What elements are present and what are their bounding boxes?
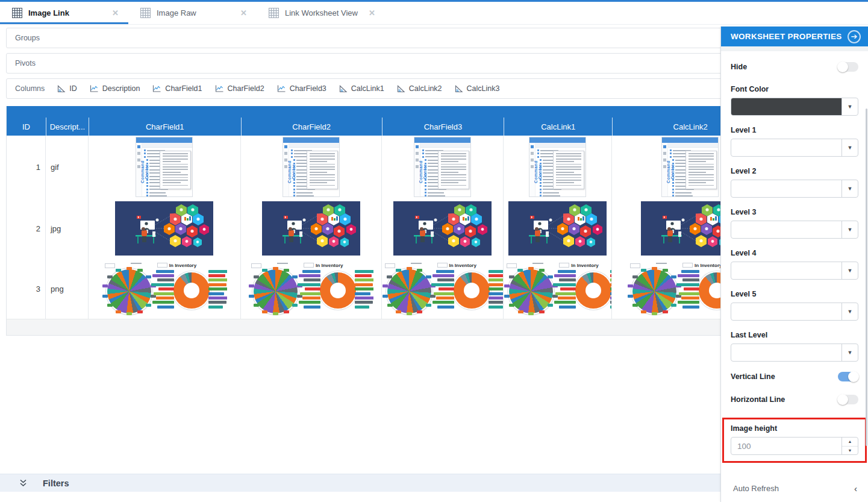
image-thumbnail-gif[interactable]: Command Center xyxy=(529,137,586,197)
panel-section-auto-refresh[interactable]: Auto Refresh‹ xyxy=(731,478,858,498)
pie-chart xyxy=(632,269,676,313)
screenshot-titlebar xyxy=(529,137,585,143)
image-height-input[interactable]: 100 ▲ ▼ xyxy=(731,437,858,455)
panel-scrollbar[interactable] xyxy=(866,108,867,446)
tab-image-raw[interactable]: Image Raw✕ xyxy=(128,2,257,24)
chart-mini-button xyxy=(251,263,261,268)
level-3-dropdown[interactable]: ▼ xyxy=(731,221,858,239)
infographic-illustration xyxy=(262,201,360,256)
chevron-down-icon[interactable]: ▼ xyxy=(841,303,858,320)
groups-label: Groups xyxy=(15,34,40,42)
vertical-line-label: Vertical Line xyxy=(731,372,775,381)
column-chip-charfield2[interactable]: CharField2 xyxy=(214,84,264,93)
image-thumbnail-jpg[interactable] xyxy=(115,201,213,256)
column-chip-charfield1[interactable]: CharField1 xyxy=(152,84,202,93)
image-thumbnail-gif[interactable]: Command Center xyxy=(283,137,340,197)
hide-toggle[interactable] xyxy=(838,62,858,72)
chart-mini-button xyxy=(630,263,640,268)
image-thumbnail-gif[interactable]: Command Center xyxy=(414,137,471,197)
image-thumbnail-png[interactable]: In Inventory xyxy=(382,260,504,318)
chevron-down-icon[interactable]: ▼ xyxy=(841,221,858,238)
cell-image-charfield1[interactable] xyxy=(89,198,241,259)
column-header-charfield3[interactable]: CharField3 xyxy=(382,118,504,136)
chevron-down-icon[interactable]: ▼ xyxy=(841,139,858,156)
tab-link-worksheet-view[interactable]: Link Worksheet View✕ xyxy=(257,2,385,24)
chart-mini-title xyxy=(411,263,422,264)
horizontal-line-toggle[interactable] xyxy=(838,395,858,404)
screenshot-searchbar xyxy=(535,143,585,148)
image-thumbnail-png[interactable]: In Inventory xyxy=(504,260,611,318)
image-thumbnail-gif[interactable]: Command Center xyxy=(136,137,193,197)
image-thumbnail-gif[interactable]: Command Center xyxy=(661,137,719,197)
close-tab-icon[interactable]: ✕ xyxy=(367,8,376,17)
chart-mini-button xyxy=(437,263,448,268)
cell-image-charfield1[interactable]: Command Center xyxy=(89,136,241,198)
chevron-down-icon[interactable]: ▼ xyxy=(841,262,858,279)
column-header-descript[interactable]: Descript... xyxy=(46,118,89,136)
last-level-dropdown[interactable]: ▼ xyxy=(731,344,858,362)
cell-description: gif xyxy=(46,136,89,198)
screenshot-context-menu xyxy=(160,151,191,189)
screenshot-searchbar xyxy=(668,143,718,148)
cell-description: png xyxy=(46,259,89,319)
spin-up-icon[interactable]: ▲ xyxy=(842,438,858,447)
table-header-row: IDDescript...CharField1CharField2CharFie… xyxy=(7,106,768,136)
panel-header: WORKSHEET PROPERTIES ➔ xyxy=(721,27,868,46)
tab-image-link[interactable]: Image Link✕ xyxy=(0,2,128,24)
column-header-calclink1[interactable]: CalcLink1 xyxy=(504,118,612,136)
chevron-down-icon[interactable]: ▼ xyxy=(841,180,858,197)
image-thumbnail-png[interactable]: In Inventory xyxy=(248,260,373,318)
column-chip-calclink1[interactable]: CalcLink1 xyxy=(339,84,384,93)
close-tab-icon[interactable]: ✕ xyxy=(111,8,120,17)
font-color-dropdown[interactable]: ▼ xyxy=(731,98,858,116)
column-chip-charfield3[interactable]: CharField3 xyxy=(276,84,326,93)
screenshot-context-menu xyxy=(438,151,469,189)
level-4-dropdown[interactable]: ▼ xyxy=(731,262,858,280)
worksheet-grid-icon xyxy=(12,8,22,18)
level-2-dropdown[interactable]: ▼ xyxy=(731,180,858,198)
chart-icon xyxy=(214,84,224,93)
screenshot-searchbar xyxy=(420,143,470,148)
close-tab-icon[interactable]: ✕ xyxy=(239,8,248,17)
column-chip-calclink2[interactable]: CalcLink2 xyxy=(396,84,442,93)
donut-chart-title: In Inventory xyxy=(571,263,598,268)
cell-image-charfield2[interactable]: In Inventory xyxy=(241,259,382,319)
worksheet-properties-panel: WORKSHEET PROPERTIES ➔ Hide Font Color ▼… xyxy=(720,27,868,502)
measure-icon xyxy=(396,84,405,93)
column-header-id[interactable]: ID xyxy=(7,118,46,136)
image-thumbnail-png[interactable]: In Inventory xyxy=(102,260,227,318)
chevron-down-icon[interactable]: ▼ xyxy=(841,98,858,115)
cell-image-calclink1[interactable] xyxy=(504,198,612,259)
cell-image-charfield3[interactable]: In Inventory xyxy=(382,259,504,319)
infographic-illustration xyxy=(393,201,492,256)
cell-image-charfield2[interactable]: Command Center xyxy=(241,136,382,198)
chart-mini-title xyxy=(131,263,142,264)
cell-image-charfield1[interactable]: In Inventory xyxy=(89,259,241,319)
column-header-charfield1[interactable]: CharField1 xyxy=(89,118,241,136)
image-thumbnail-jpg[interactable] xyxy=(262,201,360,256)
cell-image-charfield2[interactable] xyxy=(241,198,382,259)
cell-image-calclink1[interactable]: Command Center xyxy=(504,136,612,198)
cell-image-calclink1[interactable]: In Inventory xyxy=(504,259,612,319)
level-5-dropdown[interactable]: ▼ xyxy=(731,303,858,321)
level-1-dropdown[interactable]: ▼ xyxy=(731,139,858,157)
image-height-value[interactable]: 100 xyxy=(731,438,841,454)
column-chip-id[interactable]: ID xyxy=(57,84,77,93)
column-chip-description[interactable]: Description xyxy=(89,84,140,93)
image-thumbnail-jpg[interactable] xyxy=(393,201,492,256)
column-chip-calclink3[interactable]: CalcLink3 xyxy=(454,84,500,93)
screenshot-searchbar xyxy=(142,143,192,148)
collapse-panel-arrow-icon[interactable]: ➔ xyxy=(848,30,861,43)
column-header-charfield2[interactable]: CharField2 xyxy=(241,118,382,136)
vertical-line-toggle[interactable] xyxy=(838,372,858,381)
chevron-down-icon[interactable]: ▼ xyxy=(841,344,858,361)
cell-image-charfield3[interactable] xyxy=(382,198,504,259)
pivots-label: Pivots xyxy=(15,59,36,67)
spin-down-icon[interactable]: ▼ xyxy=(842,447,858,455)
chart-mini-button xyxy=(157,263,167,268)
image-thumbnail-jpg[interactable] xyxy=(508,201,607,256)
table-empty-row xyxy=(7,319,768,335)
chart-mini-button xyxy=(105,263,115,268)
cell-image-charfield3[interactable]: Command Center xyxy=(382,136,504,198)
panel-header-strip xyxy=(721,46,868,51)
